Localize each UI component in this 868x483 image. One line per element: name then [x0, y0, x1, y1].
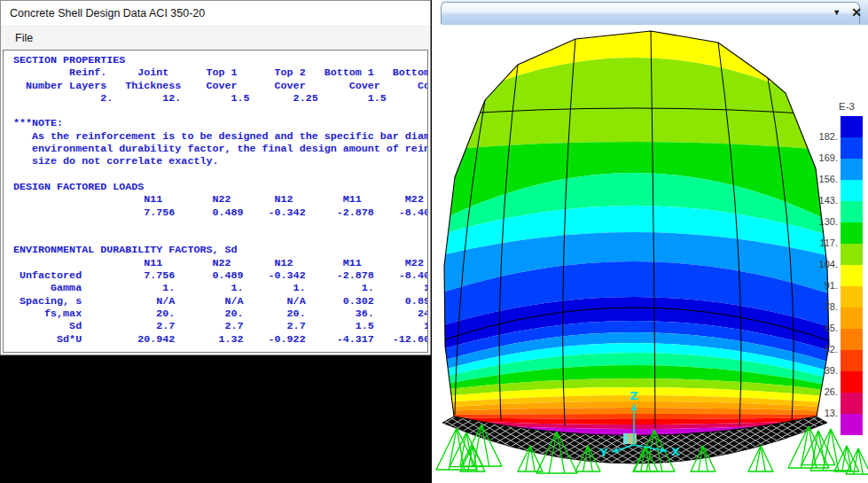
legend-tick: 78.	[799, 301, 838, 312]
design-data-window: Concrete Shell Design Data ACI 350-20 Fi…	[0, 0, 431, 355]
diagram-window: Longitudinal Reinforcement Intensity As …	[432, 0, 868, 483]
x-axis-label: X	[671, 445, 680, 458]
tab-strip: Longitudinal Reinforcement Intensity As …	[432, 0, 868, 26]
legend-tick: 156.	[799, 174, 838, 184]
legend-color-segment	[841, 116, 863, 137]
legend-color-segment	[841, 159, 863, 180]
window-titlebar[interactable]: Concrete Shell Design Data ACI 350-20	[1, 1, 430, 27]
report-content-area[interactable]: SECTION PROPERTIES Reinf. Joint Top 1 To…	[3, 50, 428, 353]
legend-tick: 182.	[799, 131, 838, 142]
legend-tick: 52.	[799, 344, 838, 354]
legend-tick: 39.	[799, 365, 838, 376]
legend-tick: 91.	[799, 280, 838, 291]
legend-tick: 65.	[799, 323, 838, 333]
tab-diagram[interactable]: Longitudinal Reinforcement Intensity As …	[441, 2, 860, 24]
menu-bar: File	[1, 27, 430, 51]
legend-tick: 26.	[799, 386, 838, 397]
legend-tick: 169.	[799, 152, 838, 163]
legend-tick: 130.	[799, 216, 838, 227]
legend-color-segment	[841, 265, 863, 286]
design-report-text: SECTION PROPERTIES Reinf. Joint Top 1 To…	[4, 51, 427, 346]
close-icon[interactable]: ✕	[851, 6, 862, 19]
legend-color-segment	[841, 393, 863, 414]
legend-color-segment	[841, 371, 863, 393]
z-axis-label: Z	[629, 389, 637, 402]
legend-color-segment	[841, 137, 863, 159]
legend-color-segment	[841, 286, 863, 308]
dropdown-icon[interactable]: ▼	[833, 9, 841, 17]
window-title: Concrete Shell Design Data ACI 350-20	[10, 7, 205, 19]
legend-tick: 13.	[799, 408, 838, 418]
legend-color-segment	[841, 414, 863, 435]
menu-item-file[interactable]: File	[8, 32, 40, 44]
contour-bands	[434, 25, 833, 448]
3d-view[interactable]: ZXY E-3 182. 169. 156. 143. 130. 117. 10…	[432, 25, 868, 483]
legend-color-segment	[841, 222, 863, 244]
legend-color-segment	[841, 244, 863, 265]
y-axis-label: Y	[598, 446, 608, 459]
legend-color-segment	[841, 329, 863, 350]
legend-color-segment	[841, 201, 863, 222]
legend-color-segment	[841, 180, 863, 201]
legend-tick: 104.	[799, 259, 838, 269]
legend-color-segment	[841, 308, 863, 329]
legend-tick: 143.	[799, 195, 838, 206]
legend-color-segment	[841, 350, 863, 371]
contour-legend-bar	[841, 116, 863, 435]
legend-tick: 117.	[799, 238, 838, 248]
legend-exponent: E-3	[839, 101, 855, 112]
